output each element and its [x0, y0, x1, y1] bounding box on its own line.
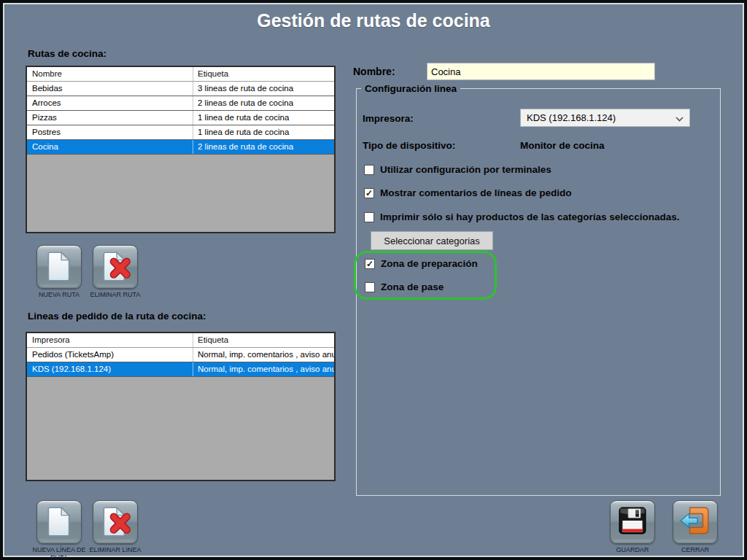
delete-line-button[interactable]: ELIMINAR LINEA — [86, 500, 144, 554]
new-route-button[interactable]: NUEVA RUTA — [30, 245, 88, 299]
table-row[interactable]: Bebidas 3 lineas de ruta de cocina — [27, 82, 334, 96]
table-row[interactable]: Pizzas 1 linea de ruta de cocina — [27, 111, 334, 125]
lines-table-header: Impresora Etiqueta — [27, 333, 334, 348]
delete-route-button[interactable]: ELIMINAR RUTA — [86, 245, 144, 299]
checkbox-label: Zona de preparación — [381, 258, 478, 269]
order-lines-table: Impresora Etiqueta Pedidos (TicketsAmp) … — [26, 332, 336, 481]
routes-table: Nombre Etiqueta Bebidas 3 lineas de ruta… — [26, 66, 336, 233]
delete-document-icon — [98, 249, 132, 285]
checkbox-box[interactable] — [364, 165, 374, 175]
column-header-etiqueta[interactable]: Etiqueta — [193, 333, 334, 347]
column-header-etiqueta[interactable]: Etiqueta — [193, 67, 334, 81]
new-line-button-label: NUEVA LÍNEA DE RUTA — [30, 546, 88, 560]
table-empty-area — [27, 377, 334, 480]
checkbox-box[interactable] — [364, 212, 374, 222]
checkbox-label: Imprimir sólo si hay productos de las ca… — [380, 211, 679, 222]
checkbox-box-checked[interactable]: ✓ — [364, 188, 374, 198]
routes-table-header: Nombre Etiqueta — [27, 67, 334, 82]
table-row[interactable]: Pedidos (TicketsAmp) Normal, imp. coment… — [27, 348, 334, 362]
printer-dropdown[interactable]: KDS (192.168.1.124) — [520, 109, 690, 127]
checkbox-imprimir-solo[interactable]: Imprimir sólo si hay productos de las ca… — [364, 211, 679, 222]
page-title: Gestión de rutas de cocina — [0, 10, 747, 31]
exit-arrow-icon — [678, 504, 712, 540]
select-categories-button[interactable]: Seleccionar categorias — [371, 231, 493, 250]
line-tag: Normal, imp. comentarios , aviso anul. ,… — [193, 362, 334, 376]
checkbox-mostrar-comentarios[interactable]: ✓ Mostrar comentarios de líneas de pedid… — [364, 187, 572, 198]
table-row-selected[interactable]: Cocina 2 lineas de ruta de cocina — [27, 140, 334, 155]
checkbox-box[interactable] — [365, 282, 375, 292]
floppy-disk-icon — [616, 504, 649, 540]
table-row-selected[interactable]: KDS (192.168.1.124) Normal, imp. comenta… — [27, 362, 334, 377]
route-name: Cocina — [27, 140, 193, 154]
checkbox-zona-preparacion[interactable]: ✓ Zona de preparación — [365, 258, 478, 269]
checkbox-box-checked[interactable]: ✓ — [365, 259, 375, 269]
device-type-value: Monitor de cocina — [520, 140, 605, 151]
route-name: Arroces — [27, 96, 193, 110]
lines-section-label: Lineas de pedido de la ruta de cocina: — [28, 311, 206, 322]
routes-section-label: Rutas de cocina: — [28, 48, 107, 59]
column-header-nombre[interactable]: Nombre — [27, 67, 193, 81]
route-name: Postres — [27, 125, 193, 139]
line-tag: Normal, imp. comentarios , aviso anul. ,… — [193, 348, 334, 362]
device-type-label: Tipo de dispositivo: — [363, 140, 455, 151]
close-button[interactable]: CERRAR — [666, 500, 724, 554]
checkbox-config-terminales[interactable]: Utilizar configuración por terminales — [364, 164, 551, 175]
printer-dropdown-value: KDS (192.168.1.124) — [527, 112, 676, 123]
route-tag: 2 lineas de ruta de cocina — [193, 96, 334, 110]
name-field-label: Nombre: — [353, 66, 395, 77]
table-row[interactable]: Postres 1 linea de ruta de cocina — [27, 125, 334, 140]
kitchen-routes-window: Gestión de rutas de cocina Rutas de coci… — [0, 0, 747, 560]
table-row[interactable]: Arroces 2 lineas de ruta de cocina — [27, 96, 334, 111]
route-tag: 3 lineas de ruta de cocina — [193, 82, 334, 96]
new-line-button[interactable]: NUEVA LÍNEA DE RUTA — [30, 500, 88, 560]
checkbox-zona-pase[interactable]: Zona de pase — [365, 281, 444, 292]
line-printer: KDS (192.168.1.124) — [27, 362, 193, 376]
save-button-label: GUARDAR — [603, 546, 662, 554]
route-tag: 2 lineas de ruta de cocina — [193, 140, 334, 154]
save-button[interactable]: GUARDAR — [603, 500, 662, 554]
line-printer: Pedidos (TicketsAmp) — [27, 348, 193, 362]
new-document-icon — [42, 249, 76, 285]
checkbox-label: Utilizar configuración por terminales — [380, 164, 551, 175]
name-input[interactable] — [427, 63, 655, 80]
close-button-label: CERRAR — [666, 546, 724, 554]
line-config-groupbox-title: Configuración linea — [361, 83, 460, 94]
printer-field-label: Impresora: — [363, 113, 414, 124]
checkbox-label: Mostrar comentarios de líneas de pedido — [380, 187, 572, 198]
new-route-button-label: NUEVA RUTA — [30, 291, 88, 299]
delete-line-button-label: ELIMINAR LINEA — [86, 546, 144, 554]
column-header-impresora[interactable]: Impresora — [27, 333, 193, 347]
table-empty-area — [27, 155, 334, 232]
delete-route-button-label: ELIMINAR RUTA — [86, 291, 144, 299]
checkbox-label: Zona de pase — [381, 281, 444, 292]
new-document-icon — [42, 504, 76, 540]
chevron-down-icon — [676, 112, 684, 125]
delete-document-icon — [98, 504, 132, 540]
route-tag: 1 linea de ruta de cocina — [193, 125, 334, 139]
route-tag: 1 linea de ruta de cocina — [193, 111, 334, 125]
route-name: Bebidas — [27, 82, 193, 96]
route-name: Pizzas — [27, 111, 193, 125]
